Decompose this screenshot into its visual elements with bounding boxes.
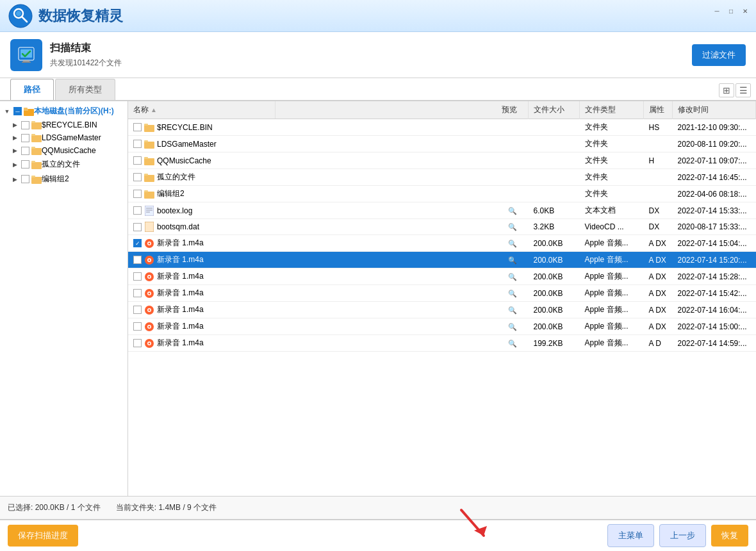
preview-search-icon[interactable]: 🔍 <box>508 340 517 347</box>
col-attr[interactable]: 属性 <box>644 101 673 119</box>
preview-search-icon[interactable]: 🔍 <box>508 290 517 297</box>
filter-button[interactable]: 过滤文件 <box>692 44 746 66</box>
preview-search-icon[interactable]: 🔍 <box>508 207 517 215</box>
col-preview[interactable]: 预览 <box>497 101 529 119</box>
file-modified: 2022-07-14 15:42:... <box>673 285 756 302</box>
file-preview-cell[interactable] <box>497 136 529 152</box>
file-preview-cell[interactable]: 🔍 <box>497 235 529 252</box>
table-row[interactable]: ✓新录音 1.m4a🔍200.0KBApple 音频...A DX2022-07… <box>128 235 756 252</box>
file-preview-cell[interactable]: 🔍 <box>497 318 529 335</box>
file-list-scroll[interactable]: 名称 ▲ 预览 文件大小 文件类型 属性 <box>128 101 756 496</box>
expand-icon[interactable]: ▶ <box>10 133 19 142</box>
expand-icon[interactable]: ▶ <box>10 146 19 155</box>
preview-search-icon[interactable]: 🔍 <box>508 240 517 247</box>
file-checkbox[interactable] <box>133 256 142 264</box>
expand-icon[interactable]: ▶ <box>10 175 19 184</box>
file-preview-cell[interactable]: 🔍 <box>497 268 529 285</box>
tree-item-recycle[interactable]: ▶$RECYCLE.BIN <box>0 119 127 131</box>
svg-rect-20 <box>31 176 35 177</box>
col-size[interactable]: 文件大小 <box>529 101 580 119</box>
table-row[interactable]: QQMusicCache文件夹H2022-07-11 09:07:... <box>128 152 756 169</box>
tree-item-root[interactable]: ▼ ─ 本地磁盘(当前分区)(H:) <box>0 104 127 119</box>
file-preview-cell[interactable]: 🔍 <box>497 302 529 318</box>
file-checkbox[interactable] <box>133 190 142 198</box>
tree-item-editgrp[interactable]: ▶编辑组2 <box>0 172 127 186</box>
file-checkbox[interactable] <box>133 289 142 297</box>
table-row[interactable]: 新录音 1.m4a🔍199.2KBApple 音频...A D2022-07-1… <box>128 335 756 352</box>
preview-search-icon[interactable]: 🔍 <box>508 323 517 331</box>
file-type-icon <box>144 305 154 315</box>
table-row[interactable]: 新录音 1.m4a🔍200.0KBApple 音频...A DX2022-07-… <box>128 302 756 318</box>
file-checkbox[interactable]: ✓ <box>133 239 142 247</box>
preview-search-icon[interactable]: 🔍 <box>508 306 517 314</box>
preview-search-icon[interactable]: 🔍 <box>508 256 517 264</box>
file-checkbox[interactable] <box>133 322 142 331</box>
save-scan-button[interactable]: 保存扫描进度 <box>8 525 78 547</box>
tree-item-ldsgame[interactable]: ▶LDSGameMaster <box>0 131 127 144</box>
file-checkbox[interactable] <box>133 140 142 148</box>
item-checkbox[interactable] <box>21 121 29 129</box>
root-checkbox[interactable]: ─ <box>13 107 22 115</box>
file-size <box>529 152 580 169</box>
file-checkbox[interactable] <box>133 306 142 314</box>
preview-search-icon[interactable]: 🔍 <box>508 273 517 281</box>
file-preview-cell[interactable]: 🔍 <box>497 219 529 235</box>
table-row[interactable]: 孤立的文件文件夹2022-07-14 16:45:... <box>128 169 756 186</box>
close-button[interactable]: ✕ <box>739 5 751 17</box>
tree-item-isolated[interactable]: ▶孤立的文件 <box>0 157 127 172</box>
table-row[interactable]: $RECYCLE.BIN文件夹HS2021-12-10 09:30:... <box>128 119 756 136</box>
file-preview-cell[interactable]: 🔍 <box>497 285 529 302</box>
item-checkbox[interactable] <box>21 160 29 169</box>
back-button[interactable]: 上一步 <box>659 524 706 547</box>
file-type: VideoCD ... <box>580 219 644 235</box>
col-modified[interactable]: 修改时间 <box>673 101 756 119</box>
table-row[interactable]: bootsqm.dat🔍3.2KBVideoCD ...DX2020-08-17… <box>128 219 756 235</box>
list-view-button[interactable]: ☰ <box>735 83 751 97</box>
file-checkbox[interactable] <box>133 223 142 231</box>
expand-icon[interactable]: ▶ <box>10 160 19 169</box>
file-type-icon <box>144 139 154 149</box>
table-row[interactable]: 新录音 1.m4a🔍200.0KBApple 音频...A DX2022-07-… <box>128 252 756 268</box>
preview-search-icon[interactable]: 🔍 <box>508 223 517 231</box>
item-checkbox[interactable] <box>21 147 29 155</box>
file-preview-cell[interactable]: 🔍 <box>497 202 529 219</box>
tree-item-qqmusic[interactable]: ▶QQMusicCache <box>0 144 127 157</box>
table-row[interactable]: 编辑组2文件夹2022-04-06 08:18:... <box>128 186 756 202</box>
file-checkbox[interactable] <box>133 206 142 215</box>
table-row[interactable]: bootex.log🔍6.0KB文本文档DX2022-07-14 15:33:.… <box>128 202 756 219</box>
grid-view-button[interactable]: ⊞ <box>719 83 734 97</box>
expand-icon[interactable]: ▶ <box>10 120 19 129</box>
main-menu-button[interactable]: 主菜单 <box>607 524 654 547</box>
file-preview-cell[interactable]: 🔍 <box>497 335 529 352</box>
file-checkbox[interactable] <box>133 156 142 165</box>
tab-path[interactable]: 路径 <box>10 79 54 100</box>
file-preview-cell[interactable] <box>497 119 529 136</box>
file-modified: 2022-07-14 15:00:... <box>673 318 756 335</box>
svg-rect-24 <box>144 140 148 142</box>
file-checkbox[interactable] <box>133 339 142 347</box>
file-type-icon <box>144 172 154 183</box>
col-type[interactable]: 文件类型 <box>580 101 644 119</box>
svg-rect-28 <box>144 174 148 176</box>
file-checkbox[interactable] <box>133 123 142 131</box>
file-type-icon <box>144 288 154 299</box>
file-preview-cell[interactable]: 🔍 <box>497 252 529 268</box>
file-checkbox[interactable] <box>133 272 142 281</box>
table-row[interactable]: LDSGameMaster文件夹2020-08-11 09:20:... <box>128 136 756 152</box>
file-name: 新录音 1.m4a <box>157 288 204 299</box>
col-name[interactable]: 名称 ▲ <box>128 101 275 119</box>
recover-button[interactable]: 恢复 <box>711 525 748 547</box>
file-preview-cell[interactable] <box>497 169 529 186</box>
file-preview-cell[interactable] <box>497 152 529 169</box>
item-checkbox[interactable] <box>21 175 29 183</box>
file-preview-cell[interactable] <box>497 186 529 202</box>
table-row[interactable]: 新录音 1.m4a🔍200.0KBApple 音频...A DX2022-07-… <box>128 285 756 302</box>
table-row[interactable]: 新录音 1.m4a🔍200.0KBApple 音频...A DX2022-07-… <box>128 268 756 285</box>
file-checkbox[interactable] <box>133 173 142 181</box>
tab-all-types[interactable]: 所有类型 <box>55 79 115 100</box>
minimize-button[interactable]: ─ <box>711 5 723 17</box>
table-row[interactable]: 新录音 1.m4a🔍200.0KBApple 音频...A DX2022-07-… <box>128 318 756 335</box>
expand-icon[interactable]: ▼ <box>3 107 12 116</box>
maximize-button[interactable]: □ <box>725 5 737 17</box>
item-checkbox[interactable] <box>21 134 29 142</box>
